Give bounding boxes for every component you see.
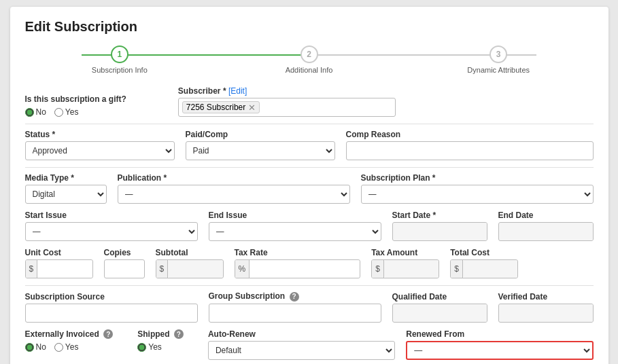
start-issue-label: Start Issue [25,211,198,220]
media-type-select[interactable]: Digital Print [25,185,107,204]
gift-yes-radio[interactable] [54,108,63,117]
start-date-label: Start Date * [392,211,487,220]
group-subscription-input[interactable] [209,304,381,323]
tax-rate-input[interactable]: 0.0000 [250,260,360,278]
group-copies: Copies 1 [104,248,145,278]
stepper-circle-1: 1 [111,46,128,63]
subscription-source-input[interactable] [25,304,198,323]
shipped-yes-label[interactable]: Yes [137,342,162,352]
stepper-label-2: Additional Info [286,66,333,74]
ext-yes-label[interactable]: Yes [54,342,79,352]
shipped-yes-radio[interactable] [137,343,146,352]
stepper-step-3[interactable]: 3 Dynamic Attributes [404,46,594,74]
ext-invoiced-radio-group: No Yes [25,342,114,352]
divider-2 [25,167,594,168]
copies-label: Copies [104,248,145,257]
stepper-step-1[interactable]: 1 Subscription Info [25,46,215,74]
group-subscriber: Subscriber * [Edit] 7256 Subscriber ✕ [178,86,396,117]
tax-amount-label: Tax Amount [371,248,439,257]
group-verified-date: Verified Date 📅 [498,292,594,323]
qualified-date-input[interactable] [393,304,487,322]
divider-3 [25,285,594,286]
shipped-radio-group: Yes [137,342,184,352]
group-tax-rate: Tax Rate % 0.0000 [235,248,361,278]
status-select[interactable]: Approved Pending Cancelled [25,141,175,160]
unit-cost-input-container: $ 0.00 [25,259,93,278]
group-end-date: End Date 01/31/2023 📅 [498,211,594,241]
ext-no-label[interactable]: No [25,342,46,352]
row-media-publication-plan: Media Type * Digital Print Publication *… [25,173,594,204]
renewed-from-label: Renewed From [406,329,593,339]
start-date-input[interactable]: 02/01/2021 [393,223,487,240]
subtotal-label: Subtotal [156,248,224,257]
end-issue-label: End Issue [209,211,381,220]
paid-comp-select[interactable]: Paid Comp [186,141,335,160]
tax-rate-input-container: % 0.0000 [235,259,361,278]
subscription-source-label: Subscription Source [25,292,198,302]
subscriber-edit-link[interactable]: [Edit] [228,86,247,96]
verified-date-input[interactable] [499,304,594,322]
subscriber-text-input[interactable] [262,100,373,115]
subscription-plan-label: Subscription Plan * [361,173,594,183]
row-invoiced-shipped-renew: Externally Invoiced ? No Yes Shipped ? [25,329,594,360]
stepper-circle-3: 3 [490,46,507,63]
row-issues-dates: Start Issue — End Issue — Start Date * 0… [25,211,594,241]
stepper-step-2[interactable]: 2 Additional Info [214,46,404,74]
stepper: 1 Subscription Info 2 Additional Info 3 … [25,46,594,74]
renewed-from-select[interactable]: — [406,341,593,360]
subscriber-label: Subscriber * [Edit] [178,86,396,96]
total-cost-input-container: $ 0.00 [450,259,518,278]
end-date-label: End Date [498,211,594,220]
unit-cost-input[interactable]: 0.00 [37,260,92,278]
group-paid-comp: Paid/Comp Paid Comp [186,130,335,160]
ext-invoiced-help-icon[interactable]: ? [103,329,113,339]
row-costs: Unit Cost $ 0.00 Copies 1 Subtotal $ 0.0… [25,248,594,278]
gift-yes-label[interactable]: Yes [54,107,79,117]
qualified-date-label: Qualified Date [392,292,487,302]
group-subscription-label: Group Subscription ? [209,291,381,302]
end-date-input[interactable]: 01/31/2023 [499,223,594,240]
tax-amount-input-container: $ 0.00 [371,259,439,278]
tax-amount-input[interactable]: 0.00 [384,260,439,278]
group-shipped: Shipped ? Yes [137,329,184,352]
total-cost-input[interactable]: 0.00 [463,260,517,278]
start-date-input-container: 02/01/2021 📅 [392,222,487,241]
stepper-label-1: Subscription Info [92,66,148,74]
group-subscription-help-icon[interactable]: ? [290,292,299,302]
subtotal-input[interactable]: 0.00 [168,260,222,278]
shipped-label: Shipped ? [137,329,184,340]
publication-select[interactable]: — [118,185,350,204]
shipped-help-icon[interactable]: ? [174,329,184,339]
page-title: Edit Subscription [25,19,594,35]
publication-label: Publication * [118,173,350,183]
group-externally-invoiced: Externally Invoiced ? No Yes [25,329,114,352]
group-renewed-from: Renewed From — [406,329,593,360]
group-qualified-date: Qualified Date 📅 [392,292,487,323]
copies-input[interactable]: 1 [104,259,145,278]
subscriber-tag-remove[interactable]: ✕ [248,103,256,112]
unit-cost-label: Unit Cost [25,248,93,257]
auto-renew-label: Auto-Renew [208,329,395,339]
group-end-issue: End Issue — [209,211,381,241]
comp-reason-input[interactable] [346,141,594,160]
auto-renew-select[interactable]: Default Yes No [208,341,395,360]
group-start-date: Start Date * 02/01/2021 📅 [392,211,487,241]
group-auto-renew: Auto-Renew Default Yes No [208,329,395,360]
group-is-gift: Is this subscription a gift? No Yes [25,94,126,117]
ext-yes-radio[interactable] [54,343,63,352]
ext-no-radio[interactable] [25,343,34,352]
group-group-subscription: Group Subscription ? [209,291,381,323]
qualified-date-input-container: 📅 [392,304,487,323]
gift-no-radio[interactable] [25,108,34,117]
subscriber-input-container[interactable]: 7256 Subscriber ✕ [178,98,396,117]
subscription-plan-select[interactable]: — [361,185,594,204]
subscriber-tag: 7256 Subscriber ✕ [182,101,260,113]
total-cost-label: Total Cost [450,248,518,257]
is-gift-radio-group: No Yes [25,107,126,117]
gift-no-label[interactable]: No [25,107,46,117]
subtotal-input-container: $ 0.00 [156,259,224,278]
end-issue-select[interactable]: — [209,222,381,241]
start-issue-select[interactable]: — [25,222,198,241]
status-label: Status * [25,130,175,139]
page-container: Edit Subscription 1 Subscription Info 2 … [10,7,608,364]
